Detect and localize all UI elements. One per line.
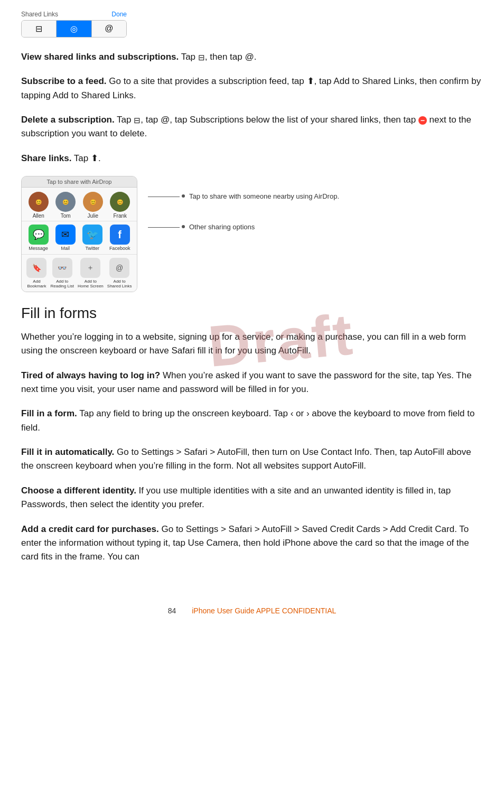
- fill-form-para: Fill in a form. Tap any field to bring u…: [21, 407, 483, 435]
- phone-screen-mockup: Tap to share with AirDrop 😊 Allen 😊 Tom …: [21, 176, 137, 292]
- avatar-julie: 😊 Julie: [83, 192, 103, 219]
- callout-dot-1: [182, 194, 185, 198]
- twitter-icon: 🐦: [82, 225, 102, 245]
- mail-icon: ✉: [55, 225, 76, 245]
- subscribe-para: Subscribe to a feed. Go to a site that p…: [21, 74, 483, 102]
- share-icon-inline: ⬆: [91, 153, 98, 163]
- action-home-screen-label: Add toHome Screen: [78, 279, 104, 288]
- action-reading-list: 👓 Add toReading List: [50, 258, 73, 288]
- action-reading-list-label: Add toReading List: [50, 279, 73, 288]
- fill-in-forms-heading: Fill in forms: [21, 305, 483, 322]
- view-shared-links-bold: View shared links and subscriptions.: [21, 52, 179, 62]
- callout-airdrop: Tap to share with someone nearby using A…: [148, 192, 339, 201]
- message-icon: 💬: [29, 225, 49, 245]
- action-home-screen: ＋ Add toHome Screen: [78, 258, 104, 288]
- airdrop-header: Tap to share with AirDrop: [22, 176, 137, 188]
- action-shared-links: @ Add toShared Links: [107, 258, 132, 288]
- avatars-row: 😊 Allen 😊 Tom 😊 Julie 😊 Frank: [22, 188, 137, 221]
- add-credit-card-para: Add a credit card for purchases. Go to S…: [21, 522, 483, 564]
- app-twitter: 🐦 Twitter: [82, 225, 102, 251]
- avatar-frank: 😊 Frank: [110, 192, 130, 219]
- at-icon-btn[interactable]: @: [92, 21, 126, 37]
- avatar-tom: 😊 Tom: [55, 192, 76, 219]
- reading-list-action-icon: 👓: [52, 258, 72, 278]
- callout-dot-2: [182, 225, 185, 228]
- bookmark-icon-inline: ⊟: [198, 51, 205, 63]
- callout-sharing-text: Other sharing options: [189, 222, 255, 232]
- minus-circle-icon: −: [418, 116, 427, 125]
- avatar-label-allen: Allen: [33, 213, 44, 219]
- action-shared-links-label: Add toShared Links: [107, 279, 132, 288]
- choose-identity-para: Choose a different identity. If you use …: [21, 484, 483, 512]
- action-bookmark-label: AddBookmark: [27, 279, 46, 288]
- share-actions-row: 🔖 AddBookmark 👓 Add toReading List ＋ Add…: [22, 254, 137, 292]
- share-links-text: Tap: [74, 153, 91, 163]
- avatar-label-tom: Tom: [61, 213, 71, 219]
- callout-sharing: Other sharing options: [148, 222, 339, 232]
- bookmark-icon: ⊟: [134, 114, 141, 126]
- share-up-icon: ⬆: [307, 76, 314, 86]
- facebook-icon: f: [110, 225, 130, 245]
- tired-bold: Tired of always having to log in?: [21, 370, 160, 380]
- share-apps-row: 💬 Message ✉ Mail 🐦 Twitter f Facebook: [22, 221, 137, 254]
- app-mail: ✉ Mail: [55, 225, 76, 251]
- fill-form-text: Tap any field to bring up the onscreen k…: [21, 408, 474, 432]
- footer-page-number: 84: [168, 606, 176, 615]
- bookmarks-icon-btn[interactable]: ⊟: [22, 21, 57, 37]
- action-bookmark: 🔖 AddBookmark: [26, 258, 46, 288]
- app-facebook: f Facebook: [109, 225, 130, 251]
- shared-links-label: Shared Links: [21, 11, 58, 18]
- add-credit-card-bold: Add a credit card for purchases.: [21, 524, 159, 534]
- page-footer: 84 iPhone User Guide APPLE CONFIDENTIAL: [0, 596, 504, 620]
- share-image-mockup: Tap to share with AirDrop 😊 Allen 😊 Tom …: [21, 176, 483, 292]
- avatar-circle-frank: 😊: [110, 192, 130, 212]
- callout-line-2: [148, 227, 180, 228]
- done-label[interactable]: Done: [111, 11, 127, 18]
- choose-identity-bold: Choose a different identity.: [21, 486, 136, 496]
- share-links-bold: Share links.: [21, 153, 71, 163]
- fill-intro-para: Whether you’re logging in to a website, …: [21, 330, 483, 358]
- shared-links-toolbar: ⊟ ◎ @: [21, 20, 127, 38]
- avatar-allen: 😊 Allen: [29, 192, 49, 219]
- callouts-column: Tap to share with someone nearby using A…: [148, 176, 339, 292]
- shared-links-image: Shared Links Done ⊟ ◎ @: [21, 11, 483, 38]
- bookmark-action-icon: 🔖: [26, 258, 46, 278]
- delete-text: Tap: [117, 115, 134, 125]
- avatar-circle-julie: 😊: [83, 192, 103, 212]
- shared-links-action-icon: @: [109, 258, 129, 278]
- reading-list-icon-btn[interactable]: ◎: [57, 21, 91, 37]
- delete-bold: Delete a subscription.: [21, 115, 115, 125]
- app-facebook-label: Facebook: [109, 246, 130, 251]
- view-shared-links-text: Tap: [181, 52, 198, 62]
- app-twitter-label: Twitter: [86, 246, 100, 251]
- avatar-label-frank: Frank: [113, 213, 127, 219]
- avatar-circle-allen: 😊: [29, 192, 49, 212]
- share-links-para: Share links. Tap ⬆.: [21, 152, 483, 165]
- callout-line-1: [148, 197, 180, 197]
- subscribe-bold: Subscribe to a feed.: [21, 76, 107, 86]
- callout-airdrop-text: Tap to share with someone nearby using A…: [189, 192, 339, 201]
- view-shared-links-para: View shared links and subscriptions. Tap…: [21, 50, 483, 64]
- fill-auto-bold: Fill it in automatically.: [21, 447, 114, 457]
- subscribe-text: Go to a site that provides a subscriptio…: [109, 76, 306, 86]
- fill-auto-para: Fill it in automatically. Go to Settings…: [21, 445, 483, 473]
- delete-para: Delete a subscription. Tap ⊟, tap @, tap…: [21, 113, 483, 141]
- avatar-circle-tom: 😊: [55, 192, 76, 212]
- footer-guide-text: iPhone User Guide APPLE CONFIDENTIAL: [192, 606, 336, 615]
- app-message-label: Message: [29, 246, 48, 251]
- app-message: 💬 Message: [29, 225, 49, 251]
- fill-form-bold: Fill in a form.: [21, 408, 77, 418]
- avatar-label-julie: Julie: [87, 213, 98, 219]
- tired-para: Tired of always having to log in? When y…: [21, 369, 483, 397]
- app-mail-label: Mail: [61, 246, 70, 251]
- home-screen-action-icon: ＋: [80, 258, 100, 278]
